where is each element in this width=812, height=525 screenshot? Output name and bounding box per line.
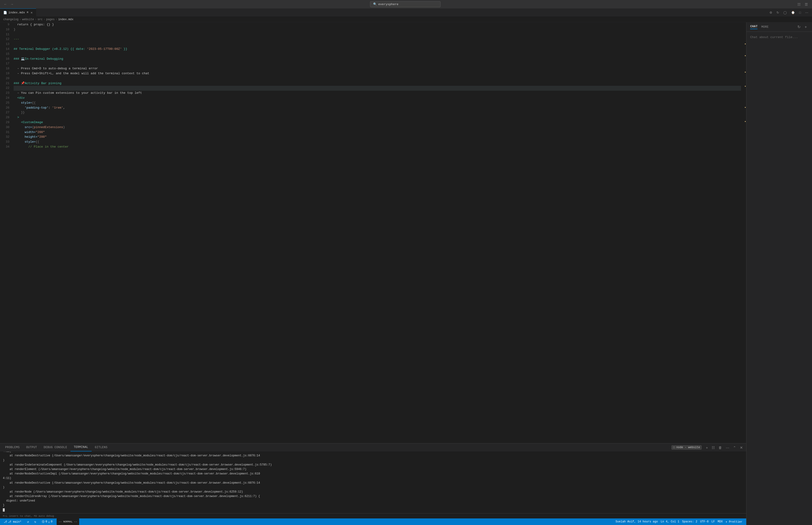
status-eol[interactable]: LF xyxy=(710,520,716,523)
breadcrumb-sep3: › xyxy=(44,18,45,21)
code-line[interactable]: ## Terminal Debugger (v0.2.12) {{ date: … xyxy=(14,47,741,52)
gutter-mark-warning5 xyxy=(745,107,746,108)
tab-close-button[interactable]: ✕ xyxy=(31,11,32,15)
line-number: 18 xyxy=(2,66,10,71)
code-line[interactable] xyxy=(14,32,741,37)
search-icon: 🔍 xyxy=(373,2,377,6)
breadcrumb-current[interactable]: index.mdx xyxy=(58,18,74,21)
line-number: 9 xyxy=(2,22,10,27)
tab-terminal[interactable]: TERMINAL xyxy=(71,444,92,451)
code-line[interactable] xyxy=(14,86,741,91)
code-line[interactable]: src={pinnedExtensions} xyxy=(14,125,741,130)
code-line[interactable]: } xyxy=(14,27,741,32)
git-icon[interactable]: ⚙ xyxy=(768,10,774,15)
code-line[interactable] xyxy=(14,52,741,57)
tab-gitlens[interactable]: GITLENS xyxy=(92,444,111,451)
breadcrumb-src[interactable]: src xyxy=(37,18,43,21)
line-number: 14 xyxy=(2,47,10,52)
sync-icon: ↺ xyxy=(27,520,29,524)
navigation-buttons: ← → xyxy=(3,2,15,7)
code-line[interactable]: - Press Cmd+D to auto-debug a terminal e… xyxy=(14,66,741,71)
status-errors[interactable]: ⓪ 0 △ 0 xyxy=(41,519,54,525)
chat-tab[interactable]: CHAT xyxy=(750,25,757,29)
split-icon[interactable]: □ xyxy=(798,10,802,15)
code-line[interactable]: ### 💻In-terminal Debugging xyxy=(14,57,741,62)
chat-new-button[interactable]: + xyxy=(803,24,808,30)
code-line[interactable]: // Place in the center xyxy=(14,145,741,149)
code-line[interactable]: style={{ xyxy=(14,101,741,106)
terminal-content[interactable]: at renderNodeDestructiveImpl (/Users/ama… xyxy=(0,452,746,513)
tab-problems[interactable]: PROBLEMS xyxy=(2,444,23,451)
code-line[interactable]: - You can Pin custom extensions to your … xyxy=(14,91,741,96)
terminal-line: at renderIndeterminateComponent (/Users/… xyxy=(3,463,744,467)
chat-body: Chat about current file... xyxy=(747,32,812,525)
chat-history-button[interactable]: ↻ xyxy=(796,24,802,30)
status-encoding[interactable]: UTF-8 xyxy=(699,520,710,523)
code-line[interactable]: ### 📌Activity Bar pinning xyxy=(14,81,741,86)
code-line[interactable] xyxy=(14,61,741,66)
search-area: 🔍 xyxy=(16,1,794,7)
code-line[interactable] xyxy=(14,76,741,81)
terminal-cursor-line xyxy=(3,508,744,512)
terminal-line: at renderNodeDestructive (/Users/amansan… xyxy=(3,453,744,458)
split-terminal-button[interactable]: ☷ xyxy=(710,445,716,450)
status-language[interactable]: MDX xyxy=(716,520,724,523)
line-number: 22 xyxy=(2,86,10,91)
breadcrumb-changelog[interactable]: changelog xyxy=(3,18,18,21)
terminal-line: at renderNodeDestructiveImpl (/Users/ama… xyxy=(3,472,744,476)
more-tab[interactable]: MORE xyxy=(761,25,768,29)
maximize-panel-button[interactable]: ⌃ xyxy=(732,445,737,450)
tab-index-mdx[interactable]: 📄 index.mdx M ✕ xyxy=(0,9,36,16)
search-input[interactable] xyxy=(378,3,438,6)
terminal-cursor xyxy=(3,508,5,512)
more-terminal-button[interactable]: ⋯ xyxy=(724,445,731,450)
back-button[interactable]: ← xyxy=(3,2,8,7)
dots-icon[interactable]: ⌚ xyxy=(790,10,796,15)
code-line[interactable]: 'padding-top': '1rem', xyxy=(14,106,741,110)
code-editor[interactable]: return { props: {} }}---## Terminal Debu… xyxy=(12,22,743,443)
breadcrumb-pages[interactable]: pages xyxy=(46,18,55,21)
terminal-line: } xyxy=(3,503,744,508)
terminal-line: digest: undefined xyxy=(3,499,744,503)
status-author[interactable]: Suelah Asif, 14 hours ago xyxy=(614,520,659,523)
code-line[interactable]: return { props: {} } xyxy=(14,22,741,27)
status-spaces[interactable]: Spaces: 2 xyxy=(681,520,699,523)
editor-toolbar: ⚙ ↻ ◯ ⌚ □ ⋯ xyxy=(766,9,812,16)
circle-icon[interactable]: ◯ xyxy=(782,10,788,15)
sync2-icon: ↻ xyxy=(34,520,36,524)
status-sync2[interactable]: ↻ xyxy=(33,519,37,525)
forward-button[interactable]: → xyxy=(10,2,15,7)
line-number: 34 xyxy=(2,145,10,149)
gutter-mark-warning2 xyxy=(745,55,746,56)
close-panel-button[interactable]: ✕ xyxy=(738,445,744,450)
panel-layout-icon[interactable]: ☷ xyxy=(796,2,802,7)
status-prettier[interactable]: ✦ Prettier xyxy=(724,520,744,524)
code-line[interactable]: --- xyxy=(14,37,741,42)
tab-output[interactable]: OUTPUT xyxy=(23,444,41,451)
new-terminal-button[interactable]: + xyxy=(704,445,709,450)
tab-debug-console[interactable]: DEBUG CONSOLE xyxy=(41,444,71,451)
line-number: 17 xyxy=(2,61,10,66)
gutter-mark-warning6 xyxy=(745,121,746,122)
code-line[interactable]: <CustomImage xyxy=(14,120,741,125)
breadcrumb-website[interactable]: website xyxy=(22,18,34,21)
code-line[interactable]: > xyxy=(14,115,741,120)
layout-icon[interactable]: ☰ xyxy=(803,2,809,7)
code-line[interactable]: <div xyxy=(14,96,741,101)
history-icon[interactable]: ↻ xyxy=(775,10,781,15)
panel-tab-actions: □ node - website + ☷ 🗑 ⋯ ⌃ ✕ xyxy=(672,445,744,450)
trash-terminal-button[interactable]: 🗑 xyxy=(717,445,723,450)
status-cursor[interactable]: Ln 4, Col 1 xyxy=(659,520,681,523)
code-line[interactable]: }} xyxy=(14,110,741,115)
code-line[interactable]: - Press Cmd+Shift+L, and the model will … xyxy=(14,71,741,76)
line-number: 20 xyxy=(2,76,10,81)
code-line[interactable] xyxy=(14,42,741,47)
code-line[interactable]: style={{ xyxy=(14,139,741,145)
more-icon[interactable]: ⋯ xyxy=(804,10,810,15)
line-number: 33 xyxy=(2,139,10,145)
author-label: Suelah Asif, 14 hours ago xyxy=(616,520,658,523)
status-branch[interactable]: ⎇ ⎇ main* xyxy=(2,519,23,525)
code-line[interactable]: height="200" xyxy=(14,135,741,139)
status-sync[interactable]: ↺ xyxy=(26,519,30,525)
code-line[interactable]: width="200" xyxy=(14,130,741,135)
